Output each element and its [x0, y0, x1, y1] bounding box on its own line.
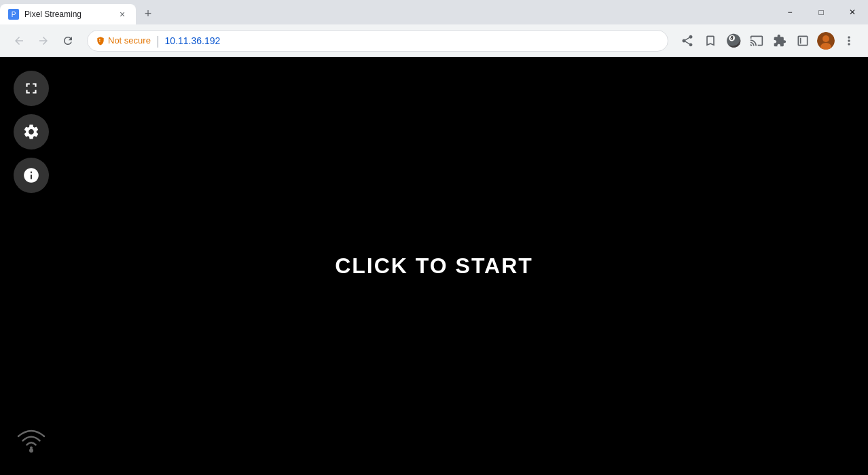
profile-button[interactable] — [815, 30, 837, 52]
cast-button[interactable] — [746, 30, 767, 52]
wifi-indicator — [14, 423, 49, 461]
svg-point-3 — [822, 35, 829, 42]
address-value: 10.11.36.192 — [165, 35, 221, 46]
back-button[interactable] — [8, 30, 30, 52]
emoji-extension-button[interactable]: 🎱 — [723, 30, 744, 52]
info-button[interactable] — [14, 158, 49, 193]
browser-content[interactable]: CLICK TO START — [0, 57, 868, 475]
tab-title: Pixel Streaming — [24, 10, 111, 19]
address-bar[interactable]: Not secure | 10.11.36.192 — [87, 30, 668, 52]
close-button[interactable]: ✕ — [837, 0, 868, 24]
minimize-button[interactable]: − — [774, 0, 806, 24]
tab-favicon: P — [8, 9, 19, 20]
active-tab[interactable]: P Pixel Streaming × — [0, 4, 136, 24]
tab-strip: P Pixel Streaming × + — [0, 0, 158, 24]
float-buttons — [14, 71, 49, 193]
profile-avatar — [817, 32, 835, 50]
security-text: Not secure — [108, 35, 151, 46]
nav-actions: 🎱 — [676, 30, 860, 52]
address-divider: | — [156, 35, 160, 47]
window-controls: − □ ✕ — [774, 0, 868, 24]
share-button[interactable] — [676, 30, 698, 52]
security-indicator[interactable]: Not secure — [96, 35, 151, 46]
tab-close-button[interactable]: × — [117, 9, 128, 20]
extensions-button[interactable] — [769, 30, 791, 52]
title-bar: P Pixel Streaming × + − □ ✕ — [0, 0, 868, 24]
menu-button[interactable] — [838, 30, 860, 52]
address-text: 10.11.36.192 — [165, 35, 659, 46]
reload-button[interactable] — [57, 30, 79, 52]
maximize-button[interactable]: □ — [806, 0, 837, 24]
svg-text:P: P — [12, 11, 16, 18]
forward-button[interactable] — [33, 30, 54, 52]
new-tab-button[interactable]: + — [139, 4, 158, 23]
bookmark-button[interactable] — [700, 30, 721, 52]
settings-button[interactable] — [14, 114, 49, 149]
fullscreen-button[interactable] — [14, 71, 49, 106]
click-to-start-text[interactable]: CLICK TO START — [335, 253, 533, 279]
svg-point-5 — [29, 448, 33, 453]
sidebar-button[interactable] — [792, 30, 814, 52]
nav-bar: Not secure | 10.11.36.192 🎱 — [0, 24, 868, 57]
